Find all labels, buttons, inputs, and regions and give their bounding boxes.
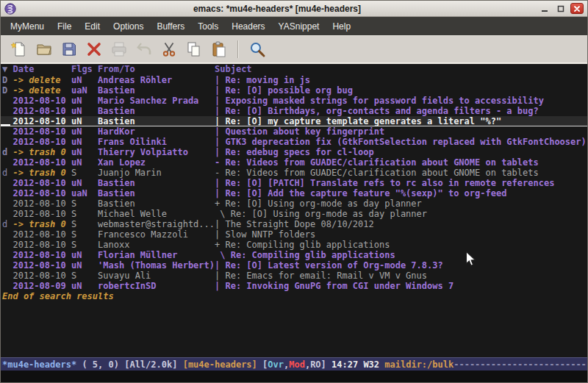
message-subject: Re: [O] Using org-mode as day planner — [225, 198, 421, 209]
message-row[interactable]: 2012-08-10 S Francesco Mazzoli | Slow NN… — [1, 229, 587, 240]
message-flags: uaN — [71, 188, 98, 198]
message-date: 2012-08-10 — [12, 250, 71, 260]
mark-indicator — [2, 271, 12, 281]
mark-indicator: D — [2, 75, 12, 85]
message-row[interactable]: 2012-08-10 uN Frans Oilinki | GTK3 depre… — [1, 137, 587, 147]
message-row[interactable]: 2012-08-10 uN Bastien | Re: [O] Birthday… — [1, 106, 587, 116]
message-row[interactable]: 2012-08-10 S Suvayu Ali | Re: Emacs for … — [1, 271, 587, 281]
message-subject: Re: [O] Using org-mode as day planner — [231, 209, 427, 219]
menu-tools[interactable]: Tools — [191, 17, 225, 35]
close-button[interactable] — [570, 3, 584, 14]
message-subject: Re: [O] my capture template generates a … — [225, 116, 501, 126]
menu-yasnippet[interactable]: YASnippet — [272, 17, 326, 35]
modeline-segment: *mu4e-headers* — [2, 359, 76, 370]
message-row[interactable]: D -> delete uaN Bastien | Re: [O] possib… — [1, 85, 587, 96]
buffer-area: ▼ Date Flgs From/To Subject D -> delete … — [1, 63, 587, 382]
message-subject: Re: moving in js — [225, 75, 310, 85]
message-subject: Slow NNTP folders — [225, 229, 315, 240]
maximize-button[interactable] — [554, 3, 567, 14]
open-file-icon[interactable] — [33, 38, 55, 60]
message-row[interactable]: 2012-08-10 uN 'Mash (Thomas Herbert)| Re… — [1, 260, 587, 271]
message-subject: GTK3 deprecation fix (GtkFontSelection r… — [225, 137, 586, 147]
message-from: Michael Welle — [98, 209, 215, 219]
message-row[interactable]: 2012-08-10 uaN Bastien | Re: [O] Add the… — [1, 188, 587, 198]
thread-indicator: | — [215, 147, 225, 157]
message-row[interactable]: 2012-08-09 uN robertcInSD | Re: Invoking… — [1, 281, 587, 291]
message-row[interactable]: 2012-08-10 S Bastien + Re: [O] Using org… — [1, 198, 587, 209]
thread-indicator: + — [215, 240, 225, 250]
message-row[interactable]: d -> trash 0 S webmaster@straightd...| T… — [1, 219, 587, 229]
message-flags: uN — [71, 96, 98, 106]
message-row[interactable]: 2012-08-10 S Lanoxx + Re: Compiling glib… — [1, 240, 587, 250]
close-buffer-icon[interactable] — [83, 38, 105, 60]
modeline-segment: ( 5, 0) — [76, 359, 124, 370]
thread-indicator: | — [215, 116, 225, 126]
menu-mymenu[interactable]: MyMenu — [4, 17, 51, 35]
message-flags: uN — [71, 157, 98, 168]
toolbar-separator — [237, 40, 239, 58]
message-row[interactable]: 2012-08-10 uN Xan Lopez - Re: Videos fro… — [1, 157, 587, 168]
message-date: -> trash 0 — [12, 147, 71, 157]
new-file-icon[interactable] — [8, 38, 30, 60]
menu-file[interactable]: File — [51, 17, 78, 35]
message-from: Thierry Volpiatto — [98, 147, 215, 157]
header-from: From/To — [98, 64, 215, 74]
message-flags: uN — [71, 116, 98, 126]
message-date: 2012-08-10 — [12, 198, 71, 209]
modeline-segment: ] — [321, 359, 331, 370]
message-row[interactable]: 2012-08-10 uN Bastien | Re: [O] my captu… — [1, 116, 587, 126]
echo-area[interactable] — [1, 371, 587, 382]
message-from: 'Mash (Thomas Herbert) — [98, 260, 215, 271]
paste-icon[interactable] — [208, 38, 230, 60]
message-flags: uN — [71, 106, 98, 116]
mark-indicator — [2, 229, 12, 240]
message-flags: uN — [71, 281, 98, 291]
message-from: Bastien — [98, 106, 215, 116]
save-icon[interactable] — [58, 38, 80, 60]
mark-indicator — [2, 106, 12, 116]
message-subject: Re: Compiling glib applications — [231, 250, 395, 260]
emacs-window: emacs: *mu4e-headers* [mu4e-headers] MyM… — [0, 0, 588, 383]
thread-indicator: - — [215, 168, 225, 178]
copy-icon[interactable] — [183, 38, 205, 60]
message-row[interactable]: d -> trash 0 S Juanjo Marin - Re: Videos… — [1, 168, 587, 178]
thread-indicator: \ — [215, 250, 231, 260]
mark-indicator — [2, 209, 12, 219]
message-subject: The Straight Dope 08/10/2012 — [225, 219, 373, 229]
menu-help[interactable]: Help — [326, 17, 357, 35]
message-row[interactable]: 2012-08-10 uN Bastien | Re: [O] [PATCH] … — [1, 178, 587, 188]
message-row[interactable]: 2012-08-10 uN Florian Müllner \ Re: Comp… — [1, 250, 587, 260]
message-flags: uN — [71, 250, 98, 260]
message-row[interactable]: 2012-08-10 S Michael Welle \ Re: [O] Usi… — [1, 209, 587, 219]
message-row[interactable]: d -> trash 0 uN Thierry Volpiatto | Re: … — [1, 147, 587, 157]
search-icon[interactable] — [246, 38, 268, 60]
modeline: *mu4e-headers* ( 5, 0) [All/2.0k] [mu4e-… — [1, 357, 587, 371]
cut-icon[interactable] — [158, 38, 180, 60]
thread-indicator: | — [215, 178, 225, 188]
message-from: robertcInSD — [98, 281, 215, 291]
window-controls — [538, 3, 584, 14]
mark-indicator: d — [2, 147, 12, 157]
menu-options[interactable]: Options — [107, 17, 150, 35]
message-from: Mario Sanchez Prada — [98, 96, 215, 106]
message-flags: S — [71, 271, 98, 281]
toolbar — [1, 35, 587, 63]
mark-indicator — [2, 188, 12, 198]
message-row[interactable]: 2012-08-10 uN Mario Sanchez Prada | Expo… — [1, 96, 587, 106]
message-row[interactable]: 2012-08-10 uN HardKor | Question about k… — [1, 126, 587, 137]
minimize-button[interactable] — [538, 3, 551, 14]
mark-indicator: d — [2, 219, 12, 229]
thread-indicator: | — [215, 106, 225, 116]
message-row[interactable]: D -> delete uN Andreas Röhler | Re: movi… — [1, 75, 587, 85]
menu-edit[interactable]: Edit — [78, 17, 107, 35]
message-subject: Re: [O] Birthdays, org-contacts and agen… — [225, 106, 538, 116]
thread-indicator: | — [215, 188, 225, 198]
message-flags: S — [71, 209, 98, 219]
thread-indicator: - — [215, 157, 225, 168]
message-subject: Re: [O] Latest version of Org-mode 7.8.3… — [225, 260, 442, 271]
message-date: -> delete — [12, 75, 71, 85]
titlebar: emacs: *mu4e-headers* [mu4e-headers] — [1, 1, 587, 17]
menu-headers[interactable]: Headers — [225, 17, 271, 35]
menu-buffers[interactable]: Buffers — [150, 17, 191, 35]
buffer-empty-area — [1, 301, 587, 357]
